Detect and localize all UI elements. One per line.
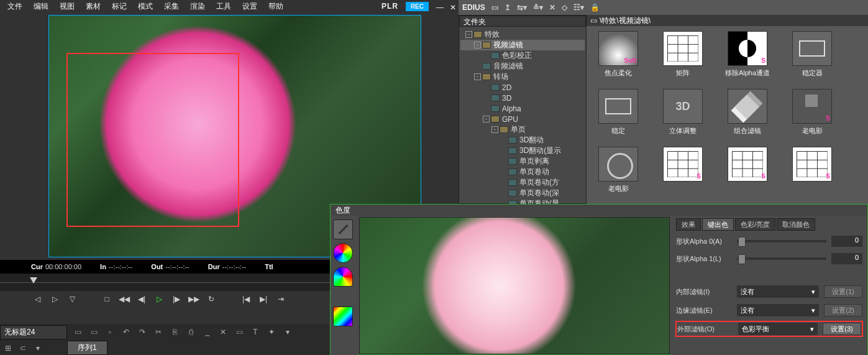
play-icon[interactable]: ▷ [153,293,165,305]
title-icon[interactable]: T [250,326,261,338]
delete-icon[interactable]: ✕ [217,326,229,338]
effect-item[interactable]: 老电影 [592,147,645,193]
tree-node[interactable]: 3D翻动 [460,135,585,145]
tree-node[interactable]: -GPU [460,114,585,124]
effect-item[interactable]: 稳定 [592,89,645,136]
menu-marker[interactable]: 标记 [107,0,132,13]
tool-icon[interactable]: ▭ [491,3,498,12]
tree-node[interactable]: 单页卷动 [460,167,585,177]
tree-node[interactable]: 单页卷动(深 [460,188,585,198]
alpha0-value[interactable]: 0 [831,236,862,247]
more-icon[interactable]: ▾ [32,343,43,354]
menu-settings[interactable]: 设置 [237,0,262,13]
in-tc[interactable]: --:--:--:-- [109,263,132,270]
tool-icon[interactable]: ✕ [549,3,555,12]
effect-item[interactable]: Soft焦点柔化 [592,31,645,78]
tool-icon[interactable]: ⇆▾ [517,3,527,12]
effect-item[interactable]: 稳定器 [785,31,839,78]
menu-file[interactable]: 文件 [2,0,27,13]
effect-item[interactable]: S [785,147,839,193]
tree-node[interactable]: 2D [460,82,585,93]
rewind-icon[interactable]: ◀◀ [118,293,130,305]
stop-icon[interactable]: □ [101,293,113,305]
effect-item[interactable]: S移除Alpha通道 [721,31,774,78]
cut-icon[interactable]: ✂ [153,326,164,338]
tree-node[interactable]: 色彩校正 [460,50,585,61]
selection-rectangle[interactable] [66,53,239,227]
copy-icon[interactable]: ⎘ [169,326,180,338]
toggle-icon[interactable]: - [474,73,481,80]
toggle-icon[interactable]: - [491,126,498,133]
cur-tc[interactable]: 00:00:00:00 [45,263,81,270]
tool-icon[interactable]: ≛▾ [533,3,543,12]
close-icon[interactable]: ✕ [445,2,456,11]
mark-out-icon[interactable]: ▷ [48,293,61,305]
eyedropper-icon[interactable] [333,219,353,239]
tree-node[interactable]: -特效 [460,29,585,40]
breadcrumb[interactable]: ▭ \特效\视频滤镜\ [587,15,868,26]
effect-icon[interactable]: ✦ [266,326,277,338]
lock-icon[interactable]: 🔒 [590,3,600,12]
tool-icon[interactable]: ◇ [562,3,567,12]
tool-icon[interactable]: ☷▾ [573,3,584,12]
tree-node[interactable]: 3D翻动(显示 [460,145,585,156]
insert-icon[interactable]: ⇥ [275,293,287,305]
toggle-icon[interactable]: - [483,116,490,122]
dropdown-icon[interactable]: ▾ [282,326,293,338]
menu-view[interactable]: 视图 [55,0,80,13]
prev-edit-icon[interactable]: |◀ [240,293,252,305]
outer-settings-button[interactable]: 设置(3) [823,323,861,335]
sequence-tab[interactable]: 序列1 [67,341,107,355]
effect-item[interactable]: 3D立体调整 [656,89,710,136]
alpha0-slider[interactable] [737,240,826,242]
toggle-icon[interactable]: - [465,31,472,38]
step-fwd-icon[interactable]: |▶ [170,293,183,305]
minimize-icon[interactable]: — [431,2,442,11]
tree-node[interactable]: 3D [460,93,585,103]
rec-badge[interactable]: REC [406,2,429,11]
save-icon[interactable]: ▫ [104,326,116,338]
tree-node[interactable]: 单页卷动(方 [460,177,585,188]
split-icon[interactable]: ⎯ [201,326,212,338]
tree-node[interactable]: 音频滤镜 [460,61,585,71]
inner-filter-select[interactable]: 没有▾ [737,285,819,298]
tree-node[interactable]: -视频滤镜 [460,40,585,50]
tab-keyout[interactable]: 键出色 [702,218,734,231]
tree-node[interactable]: 单页剥离 [460,156,585,167]
alpha1-value[interactable]: 0 [831,253,862,264]
menu-edit[interactable]: 编辑 [29,0,53,13]
toggle-icon[interactable]: - [474,42,481,48]
ffwd-icon[interactable]: ▶▶ [188,293,200,305]
menu-clip[interactable]: 素材 [81,0,106,13]
group-icon[interactable]: ▭ [234,326,245,338]
loop-icon[interactable]: ↻ [205,293,217,305]
magnet-icon[interactable]: ⊂ [17,343,29,354]
tree-node[interactable]: -转场 [460,71,585,82]
flag-icon[interactable]: ▽ [66,293,78,305]
dur-tc[interactable]: --:--:--:-- [222,263,246,270]
effect-item[interactable]: S老电影 [785,89,839,136]
tab-effect[interactable]: 效果 [676,218,701,231]
effect-item[interactable]: S [721,147,774,193]
redo-icon[interactable]: ↷ [137,326,148,338]
menu-capture[interactable]: 采集 [159,0,184,13]
tab-cancelcolor[interactable]: 取消颜色 [777,218,815,231]
open-icon[interactable]: ▭ [88,326,99,338]
effect-item[interactable]: S [656,147,710,193]
edge-filter-select[interactable]: 没有▾ [737,304,819,316]
effect-item[interactable]: 组合滤镜 [721,89,774,136]
outer-filter-select[interactable]: 色彩平衡▾ [738,323,818,335]
half-wheel-icon[interactable] [333,267,353,287]
menu-tools[interactable]: 工具 [211,0,236,13]
new-icon[interactable]: ▭ [72,326,83,338]
color-wheel-icon[interactable] [333,243,353,263]
chroma-preview[interactable] [359,217,670,354]
effect-item[interactable]: 矩阵 [656,31,710,78]
gradient-icon[interactable] [333,307,353,326]
alpha1-slider[interactable] [737,257,826,260]
tree-node[interactable]: Alpha [460,103,585,114]
tool-icon[interactable]: ↥ [505,3,511,12]
snap-icon[interactable]: ⊞ [2,343,14,354]
tree-node[interactable]: -单页 [460,124,585,135]
out-tc[interactable]: --:--:--:-- [165,263,189,270]
